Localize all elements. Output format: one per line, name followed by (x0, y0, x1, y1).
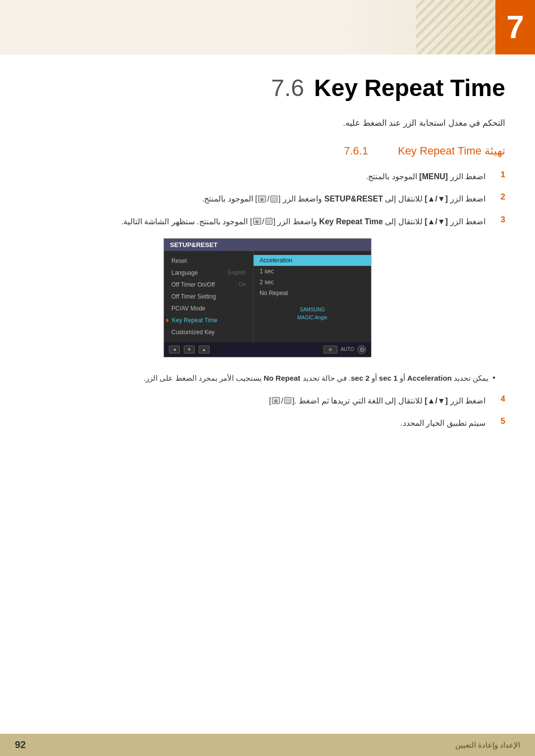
step-1: 1 اضغط الزر [MENU] الموجود بالمنتج. (30, 170, 505, 183)
subsection-number: 7.6.1 (344, 145, 368, 157)
bullet-note-item: • يمكن تحديد Acceleration أو 1 sec أو 2 … (30, 372, 495, 384)
step-5-number: 5 (490, 416, 505, 426)
steps-container: 1 اضغط الزر [MENU] الموجود بالمنتج. 2 اض… (30, 170, 505, 228)
menu-item-customized-key: Customized Key (164, 326, 253, 338)
menu-item-offtimer-onoff: Off Timer On/Off: On (164, 279, 253, 291)
screen-title: SETUP&RESET (170, 241, 217, 249)
page-footer: الإعداد وإعادة التعيين 92 (0, 734, 535, 756)
main-content: 7.6 Key Repeat Time التحكم في معدل استجا… (0, 54, 535, 458)
step-1-text: اضغط الزر [MENU] الموجود بالمنتج. (30, 170, 485, 183)
step-4-text: اضغط الزر [▼/▲] للانتقال إلى اللغة التي … (30, 394, 485, 407)
submenu-acceleration: Acceleration (254, 255, 371, 266)
step-5: 5 سيتم تطبيق الخيار المحدد. (30, 416, 505, 430)
step-2-number: 2 (490, 192, 505, 202)
chapter-number: 7 (506, 9, 524, 46)
section-header: 7.6 Key Repeat Time (30, 74, 505, 101)
step-3-number: 3 (490, 215, 505, 225)
bullet-note: • يمكن تحديد Acceleration أو 1 sec أو 2 … (30, 372, 505, 384)
step-3: 3 اضغط الزر [▼/▲] للانتقال إلى Key Repea… (30, 215, 505, 228)
auto-label: AUTO (340, 347, 354, 352)
screen-title-bar: SETUP&RESET (164, 239, 371, 251)
submenu-2sec: 2 sec (254, 277, 371, 288)
step-3-text: اضغط الزر [▼/▲] للانتقال إلى Key Repeat … (30, 215, 485, 228)
screen-bottom-bar: ◄ ▼ ▲ ⊕ AUTO ⏻ (164, 342, 371, 357)
bottom-icon-1: ◄ (169, 346, 180, 353)
bottom-right-controls: ⊕ AUTO ⏻ (323, 345, 366, 354)
bullet-icon: • (492, 373, 495, 382)
section-number: 7.6 (271, 74, 304, 101)
menu-left-panel: Reset Language: English Off Timer On/Off… (164, 251, 253, 342)
menu-item-language: Language: English (164, 267, 253, 279)
subsection-header: 7.6.1 تهيئة Key Repeat Time (30, 145, 505, 157)
menu-item-offtimer-setting: Off Timer Setting (164, 291, 253, 302)
section-title: Key Repeat Time (314, 74, 505, 101)
step-4-number: 4 (490, 394, 505, 404)
step-1-number: 1 (490, 170, 505, 180)
footer-chapter-text: الإعداد وإعادة التعيين (455, 741, 520, 750)
bottom-icon-enter: ⊕ (323, 346, 337, 353)
screen-mockup: SETUP&RESET Reset Language: English Off … (163, 238, 372, 357)
power-icon: ⏻ (357, 345, 366, 354)
footer-page-number: 92 (15, 739, 26, 751)
submenu-1sec: 1 sec (254, 266, 371, 277)
step-4: 4 اضغط الزر [▼/▲] للانتقال إلى اللغة الت… (30, 394, 505, 407)
subsection-title: تهيئة Key Repeat Time (398, 145, 505, 157)
bullet-note-text: يمكن تحديد Acceleration أو 1 sec أو 2 se… (144, 372, 488, 384)
step-2: 2 اضغط الزر [▼/▲] للانتقال إلى SETUP&RES… (30, 192, 505, 205)
bottom-icons-left: ◄ ▼ ▲ (169, 346, 210, 353)
menu-item-pcav-mode: PC/AV Mode (164, 302, 253, 314)
screen-menu-area: Reset Language: English Off Timer On/Off… (164, 251, 371, 342)
menu-item-reset: Reset (164, 255, 253, 267)
step-2-text: اضغط الزر [▼/▲] للانتقال إلى SETUP&RESET… (30, 192, 485, 205)
bottom-icon-2: ▼ (184, 346, 195, 353)
section-description: التحكم في معدل استجابة الزر عند الضغط عل… (30, 116, 505, 130)
step-5-text: سيتم تطبيق الخيار المحدد. (30, 416, 485, 430)
samsung-magic-logo: SAMSUNG MAGIC Angle (254, 306, 371, 322)
menu-right-panel: Acceleration 1 sec 2 sec No Repeat SAMSU… (253, 251, 371, 342)
page-header: الإعداد وإعادة التعيين 7 (0, 0, 535, 54)
menu-item-key-repeat: ● Key Repeat Time (164, 314, 253, 326)
chapter-number-box: 7 (495, 0, 535, 54)
screen-container: SETUP&RESET Reset Language: English Off … (30, 238, 505, 357)
submenu-norepeat: No Repeat (254, 288, 371, 299)
bottom-icon-3: ▲ (199, 346, 210, 353)
